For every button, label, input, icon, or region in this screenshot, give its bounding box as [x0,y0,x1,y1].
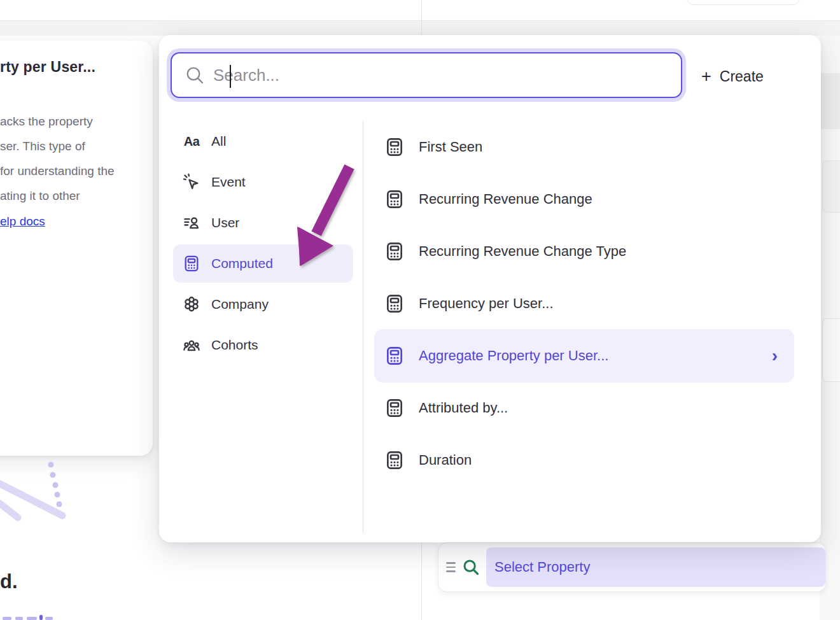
calculator-icon [384,450,405,470]
modal-column-divider [363,121,363,533]
chevron-right-icon: › [772,347,778,365]
calculator-icon [384,241,405,262]
plus-icon: + [701,68,711,85]
text-format-icon: Aa [182,132,201,151]
property-item-attributed-by[interactable]: Attributed by... [374,393,794,423]
property-item-first-seen[interactable]: First Seen [374,132,794,162]
calculator-icon [384,137,405,157]
category-event[interactable]: Event [173,168,353,196]
background-partial-pill [686,0,801,5]
property-item-label: First Seen [419,139,794,155]
company-cluster-icon [182,295,201,314]
category-computed[interactable]: Computed [173,244,353,283]
select-property-button[interactable]: Select Property [486,547,825,587]
category-label: Cohorts [211,337,258,353]
category-user[interactable]: User [173,209,353,237]
property-item-label: Aggregate Property per User... [419,348,758,364]
search-icon [185,65,205,85]
create-button[interactable]: + Create [701,64,790,89]
background-right-box [822,160,840,213]
calculator-icon [384,346,405,366]
help-docs-link[interactable]: elp docs [0,215,45,229]
user-list-icon [182,213,201,232]
query-builder-row: Select Property [438,542,826,592]
property-item-aggregate-property-per-user[interactable]: Aggregate Property per User... › [374,329,794,383]
category-all[interactable]: Aa All [173,127,353,155]
category-label: Event [211,174,246,190]
property-item-duration[interactable]: Duration [374,445,794,476]
calculator-icon [182,254,201,273]
background-toolbar-band [0,20,840,36]
green-search-icon [461,558,480,577]
calculator-icon [384,398,405,418]
tooltip-line: ating it to other [0,183,144,208]
tooltip-line: ser. This type of [0,134,144,159]
property-item-label: Attributed by... [419,400,794,416]
category-label: Computed [211,256,273,271]
background-heading-fragment: d. [0,570,18,593]
cohorts-icon [182,335,201,355]
property-picker-modal: + Create Aa All Event User [159,35,821,542]
category-label: User [211,215,239,230]
select-property-label: Select Property [494,559,590,575]
tooltip-title: rty per User... [0,59,144,76]
search-bar [171,52,682,98]
property-item-label: Recurring Revenue Change [419,191,794,208]
property-item-frequency-per-user[interactable]: Frequency per User... [374,288,794,319]
property-item-recurring-revenue-change[interactable]: Recurring Revenue Change [374,184,794,215]
background-right-block [821,73,840,129]
category-label: All [211,134,226,149]
property-item-label: Frequency per User... [419,295,794,312]
background-right-box [822,318,840,382]
category-label: Company [211,297,269,312]
text-caret [230,65,231,88]
property-item-recurring-revenue-change-type[interactable]: Recurring Revenue Change Type [374,236,794,267]
tooltip-line: acks the property [0,109,144,134]
search-input[interactable] [205,56,681,94]
drag-handle-icon[interactable] [446,562,456,572]
tooltip-line: for understanding the [0,159,144,183]
calculator-icon [384,293,405,314]
property-item-label: Duration [419,452,794,469]
category-cohorts[interactable]: Cohorts [173,331,353,359]
calculator-icon [384,189,405,209]
category-company[interactable]: Company [173,290,353,318]
property-tooltip-card: rty per User... acks the property ser. T… [0,41,153,456]
tooltip-body: acks the property ser. This type of for … [0,109,144,208]
clipped-link-fragment [3,615,60,620]
event-click-icon [182,173,201,192]
property-item-label: Recurring Revenue Change Type [419,243,794,260]
